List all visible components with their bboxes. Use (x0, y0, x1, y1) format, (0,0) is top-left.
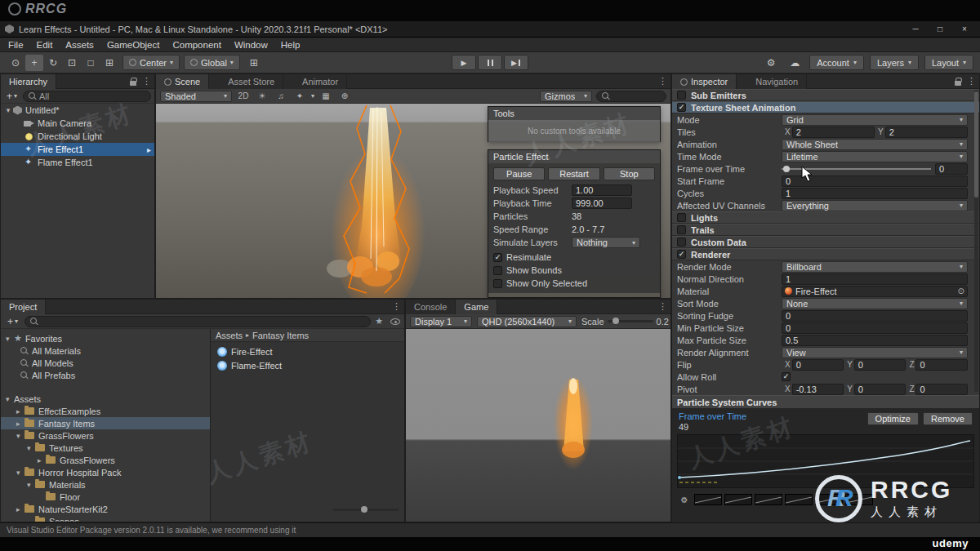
space-toggle-button[interactable]: Global▾ (184, 55, 240, 70)
module-header[interactable]: ✓ Custom Data (672, 236, 979, 248)
inspector-tab[interactable]: Navigation (737, 74, 807, 89)
hierarchy-item[interactable]: Fire Effect1 ▸ (1, 143, 154, 156)
close-button[interactable]: × (954, 23, 975, 35)
menu-item[interactable]: GameObject (100, 38, 167, 52)
menu-item[interactable]: Edit (30, 38, 60, 52)
fold-arrow-icon[interactable] (16, 432, 24, 440)
x-field[interactable]: -0.13 (792, 384, 844, 395)
y-field[interactable]: 0 (854, 384, 906, 395)
layout-dropdown[interactable]: Layout▾ (924, 55, 973, 70)
property-dropdown[interactable]: View▾ (782, 347, 968, 358)
fold-arrow-icon[interactable] (16, 407, 24, 415)
hierarchy-item[interactable]: Directional Light ▸ (1, 130, 154, 143)
pause-button[interactable] (478, 55, 502, 70)
favorite-item[interactable]: All Prefabs (1, 369, 210, 381)
curve-channel-label[interactable]: Frame over Time (679, 411, 746, 421)
inspector-scrollbar[interactable] (974, 90, 978, 392)
fold-arrow-icon[interactable] (16, 469, 24, 477)
move-tool-icon[interactable]: + (25, 55, 43, 71)
module-enabled-checkbox[interactable]: ✓ (677, 91, 686, 100)
preset-gear-icon[interactable]: ⚙ (677, 493, 692, 506)
module-header[interactable]: ✓ Lights (672, 211, 979, 224)
play-button[interactable]: ▶ (452, 55, 476, 70)
menu-item[interactable]: Assets (59, 38, 100, 52)
asset-file-row[interactable]: Flame-Effect (211, 358, 404, 372)
module-header[interactable]: ✓ Trails (672, 224, 979, 236)
module-enabled-checkbox[interactable]: ✓ (677, 103, 686, 112)
rotate-tool-icon[interactable]: ↻ (44, 55, 62, 71)
game-tab[interactable]: Game (456, 300, 497, 314)
tools-overlay-title[interactable]: Tools (488, 107, 660, 120)
breadcrumb-root[interactable]: Assets (216, 331, 243, 340)
step-button[interactable]: ▶ (504, 55, 528, 70)
hierarchy-item[interactable]: Flame Effect1 ▸ (1, 156, 154, 169)
y-field[interactable]: 0 (854, 359, 906, 371)
property-dropdown[interactable]: Billboard▾ (782, 261, 968, 273)
folder-row[interactable]: Floor (1, 491, 210, 503)
optimize-button[interactable]: Optimize (867, 412, 919, 425)
scene-search[interactable] (596, 91, 666, 102)
property-dropdown[interactable]: Grid▾ (782, 114, 968, 126)
effects-toggle-icon[interactable]: ✦ (292, 90, 307, 103)
inspector-tab[interactable]: Inspector (672, 74, 737, 89)
checkbox[interactable]: ✓ (493, 279, 502, 288)
property-field[interactable]: 0.5 (782, 335, 968, 346)
gizmos-dropdown[interactable]: Gizmos▾ (540, 91, 592, 102)
minimize-button[interactable]: ─ (905, 23, 926, 35)
panel-menu-icon[interactable]: ⋮ (658, 301, 667, 312)
scale-slider[interactable] (608, 320, 653, 322)
tab-hierarchy[interactable]: Hierarchy (1, 74, 56, 89)
z-field[interactable]: 0 (915, 359, 968, 371)
property-dropdown[interactable]: None▾ (782, 298, 968, 309)
module-enabled-checkbox[interactable]: ✓ (677, 225, 686, 234)
property-field[interactable]: 1 (782, 273, 968, 285)
fold-arrow-icon[interactable] (16, 505, 24, 513)
cloud-collab-icon[interactable]: ☁ (786, 55, 804, 71)
grid-visibility-icon[interactable]: ▦ (318, 90, 333, 103)
thumbnail-zoom-slider[interactable] (333, 509, 399, 511)
module-enabled-checkbox[interactable]: ✓ (677, 238, 686, 247)
hierarchy-search[interactable]: All (23, 91, 151, 102)
module-header[interactable]: ✓ Sub Emitters (672, 89, 979, 101)
curve-preset-button[interactable] (694, 494, 722, 505)
menu-item[interactable]: Component (166, 38, 227, 52)
module-enabled-checkbox[interactable]: ✓ (677, 250, 686, 259)
scene-tab[interactable]: Animator (283, 74, 347, 89)
favorite-item[interactable]: All Models (1, 357, 210, 369)
2d-toggle[interactable]: 2D (236, 90, 251, 103)
y-field[interactable]: 2 (885, 127, 968, 138)
scene-root-row[interactable]: ▾ Untitled* (1, 104, 154, 117)
panel-menu-icon[interactable]: ⋮ (658, 76, 667, 87)
fold-arrow-icon[interactable] (16, 420, 24, 428)
property-dropdown[interactable]: Lifetime▾ (782, 151, 968, 162)
z-field[interactable]: 0 (915, 384, 968, 395)
property-checkbox[interactable]: ✓ (782, 372, 791, 381)
project-search[interactable] (24, 316, 371, 327)
scale-tool-icon[interactable]: ⊡ (63, 55, 81, 71)
audio-toggle-icon[interactable]: ♫ (274, 90, 288, 103)
panel-menu-icon[interactable]: ⋮ (142, 76, 151, 87)
folder-row[interactable]: Materials (1, 478, 210, 491)
menu-item[interactable]: Help (274, 38, 307, 52)
favorites-header[interactable]: ▾ ★ Favorites (1, 332, 210, 344)
prefab-chevron-icon[interactable]: ▸ (147, 145, 151, 154)
fold-arrow-icon[interactable] (27, 444, 35, 452)
x-field[interactable]: 2 (792, 127, 875, 138)
breadcrumb-current[interactable]: Fantasy Items (252, 331, 309, 340)
particle-button[interactable]: Stop (604, 167, 655, 180)
module-header[interactable]: ✓ Texture Sheet Animation (672, 101, 979, 113)
hierarchy-item[interactable]: Main Camera ▸ (1, 117, 154, 130)
create-menu-button[interactable]: +▾ (4, 91, 20, 102)
folder-row[interactable]: Fantasy Items (1, 417, 210, 429)
create-menu-button[interactable]: +▾ (5, 316, 20, 327)
account-dropdown[interactable]: Account▾ (809, 55, 864, 70)
resolution-dropdown[interactable]: QHD (2560x1440)▾ (477, 316, 577, 327)
menu-item[interactable]: Window (228, 38, 274, 52)
particle-effect-title[interactable]: Particle Effect (488, 150, 660, 163)
material-object-field[interactable]: Fire-Effect⊙ (782, 286, 968, 297)
grid-snap-icon[interactable]: ⊞ (245, 55, 263, 71)
lock-icon[interactable] (130, 81, 136, 86)
scene-viewport[interactable]: Tools No custom tools available Particle… (156, 104, 670, 298)
remove-button[interactable]: Remove (923, 412, 973, 425)
curve-preset-button[interactable] (724, 494, 752, 505)
